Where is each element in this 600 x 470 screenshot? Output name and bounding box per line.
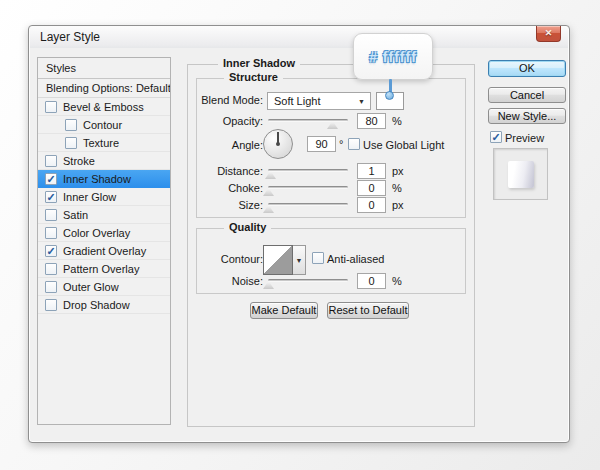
size-slider[interactable] xyxy=(268,203,348,206)
sidebar-item-label: Gradient Overlay xyxy=(63,245,146,257)
preview-style-chip xyxy=(508,161,534,188)
callout-pointer-head xyxy=(385,91,394,100)
checkbox-drop-shadow[interactable] xyxy=(45,299,57,311)
checkbox-bevel-emboss[interactable] xyxy=(45,101,57,113)
blend-mode-select[interactable]: Soft Light ▼ xyxy=(267,92,371,110)
contour-thumbnail[interactable] xyxy=(263,245,293,275)
sidebar-item-label: Texture xyxy=(83,137,119,149)
close-button[interactable]: ✕ xyxy=(536,26,561,42)
checkbox-color-overlay[interactable] xyxy=(45,227,57,239)
choke-input[interactable]: 0 xyxy=(357,180,386,196)
sidebar-item-label: Satin xyxy=(63,209,88,221)
checkbox-outer-glow[interactable] xyxy=(45,281,57,293)
sidebar-item-label: Bevel & Emboss xyxy=(63,101,144,113)
sidebar-item-label: Inner Shadow xyxy=(63,173,131,185)
use-global-light-checkbox[interactable] xyxy=(348,138,360,150)
sidebar-item-label: Stroke xyxy=(63,155,95,167)
reset-to-default-button[interactable]: Reset to Default xyxy=(327,302,409,319)
contour-label: Contour: xyxy=(149,252,263,266)
layer-style-dialog: Layer Style ✕ Styles Blending Options: D… xyxy=(28,25,570,443)
ok-button[interactable]: OK xyxy=(488,60,566,77)
close-icon: ✕ xyxy=(545,28,553,38)
styles-panel-header: Styles xyxy=(38,58,170,79)
sidebar-item-color-overlay[interactable]: Color Overlay xyxy=(38,224,170,242)
checkbox-satin[interactable] xyxy=(45,209,57,221)
angle-unit: ° xyxy=(339,137,343,151)
cancel-button[interactable]: Cancel xyxy=(488,87,566,103)
size-label: Size: xyxy=(149,198,263,212)
angle-label: Angle: xyxy=(149,138,263,152)
checkbox-contour[interactable] xyxy=(65,119,77,131)
angle-center-dot xyxy=(276,142,280,146)
anti-aliased-label: Anti-aliased xyxy=(327,252,384,266)
sidebar-item-drop-shadow[interactable]: Drop Shadow xyxy=(38,296,170,314)
chevron-down-icon: ▼ xyxy=(296,257,303,264)
opacity-unit: % xyxy=(392,114,402,128)
blend-mode-label: Blend Mode: xyxy=(149,93,263,107)
noise-slider[interactable] xyxy=(268,279,348,282)
sidebar-item-label: Inner Glow xyxy=(63,191,116,203)
opacity-slider[interactable] xyxy=(268,119,348,122)
opacity-input[interactable]: 80 xyxy=(357,113,386,129)
anti-aliased-checkbox[interactable] xyxy=(312,252,324,264)
preview-label: Preview xyxy=(505,131,544,145)
choke-slider[interactable] xyxy=(268,186,348,189)
use-global-light-label: Use Global Light xyxy=(363,138,444,152)
color-callout: # ffffff xyxy=(353,33,433,80)
checkbox-gradient-overlay[interactable]: ✓ xyxy=(45,245,57,257)
sidebar-item-label: Color Overlay xyxy=(63,227,130,239)
preview-checkbox[interactable]: ✓ xyxy=(490,131,502,143)
sidebar-item-label: Contour xyxy=(83,119,122,131)
choke-unit: % xyxy=(392,181,402,195)
noise-unit: % xyxy=(392,274,402,288)
chevron-down-icon: ▼ xyxy=(358,94,365,110)
distance-label: Distance: xyxy=(149,164,263,178)
checkbox-inner-glow[interactable]: ✓ xyxy=(45,191,57,203)
checkbox-inner-shadow[interactable]: ✓ xyxy=(45,173,57,185)
opacity-label: Opacity: xyxy=(149,114,263,128)
checkbox-stroke[interactable] xyxy=(45,155,57,167)
checkbox-pattern-overlay[interactable] xyxy=(45,263,57,275)
size-unit: px xyxy=(392,198,404,212)
choke-label: Choke: xyxy=(149,181,263,195)
contour-dropdown-button[interactable]: ▼ xyxy=(293,245,306,275)
styles-panel: Styles Blending Options: Default Bevel &… xyxy=(37,57,171,425)
make-default-button[interactable]: Make Default xyxy=(250,302,318,319)
color-callout-text: # ffffff xyxy=(369,49,417,65)
titlebar[interactable]: Layer Style xyxy=(30,26,568,48)
preview-thumbnail xyxy=(493,148,548,200)
angle-input[interactable]: 90 xyxy=(307,136,336,152)
noise-input[interactable]: 0 xyxy=(357,273,386,289)
distance-input[interactable]: 1 xyxy=(357,163,386,179)
new-style-button[interactable]: New Style... xyxy=(488,108,566,124)
sidebar-item-label: Drop Shadow xyxy=(63,299,130,311)
noise-label: Noise: xyxy=(149,274,263,288)
blend-mode-value: Soft Light xyxy=(274,95,320,107)
structure-legend: Structure xyxy=(224,71,283,84)
checkbox-texture[interactable] xyxy=(65,137,77,149)
distance-unit: px xyxy=(392,164,404,178)
sidebar-item-label: Outer Glow xyxy=(63,281,119,293)
angle-dial[interactable] xyxy=(263,129,293,159)
size-input[interactable]: 0 xyxy=(357,197,386,213)
panel-title: Inner Shadow xyxy=(218,57,300,70)
distance-slider[interactable] xyxy=(268,169,348,172)
quality-legend: Quality xyxy=(224,221,271,234)
window-title: Layer Style xyxy=(40,30,100,44)
sidebar-item-label: Pattern Overlay xyxy=(63,263,139,275)
